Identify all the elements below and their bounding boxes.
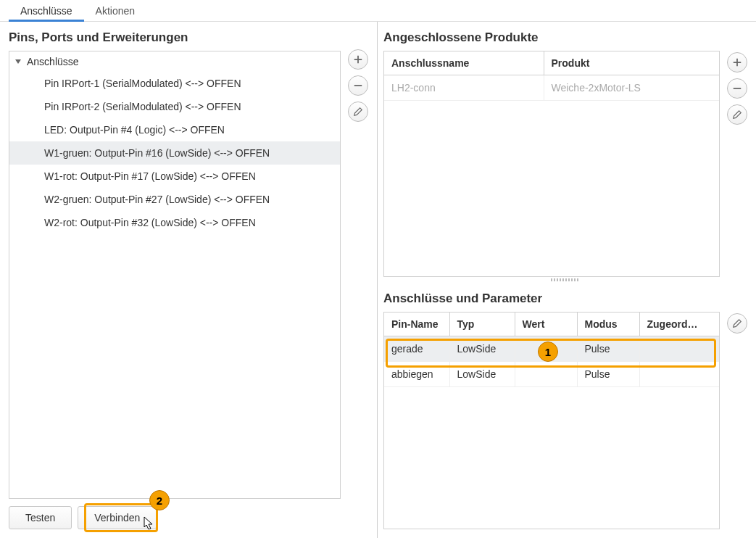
cell-type: LowSide [449,362,515,387]
tree-item[interactable]: W2-rot: Output-Pin #32 (LowSide) <--> OF… [9,211,340,234]
tab-bar: Anschlüsse Aktionen [0,0,756,22]
pins-button-row: Testen Verbinden 2 [9,506,368,529]
products-col-name[interactable]: Anschlussname [384,51,544,75]
params-col-mode[interactable]: Modus [577,313,639,336]
cell-name: LH2-conn [384,75,544,101]
cell-value [515,336,577,362]
tree-item[interactable]: W2-gruen: Output-Pin #27 (LowSide) <--> … [9,188,340,211]
tree-item[interactable]: LED: Output-Pin #4 (Logic) <--> OFFEN [9,118,340,141]
params-table[interactable]: Pin-Name Typ Wert Modus Zugeord… geradeL… [384,313,719,387]
caret-down-icon [15,59,21,64]
products-col-product[interactable]: Produkt [544,51,719,75]
params-col-type[interactable]: Typ [449,313,515,336]
connect-button[interactable]: Verbinden [78,506,157,529]
pins-toolbar [348,49,368,122]
cell-mode: Pulse [577,362,639,387]
plus-icon [353,54,363,65]
vertical-splitter[interactable] [383,278,747,283]
pencil-icon [732,109,742,120]
products-table[interactable]: Anschlussname Produkt LH2-connWeiche-2xM… [384,51,719,101]
products-table-wrap: Anschlussname Produkt LH2-connWeiche-2xM… [383,51,720,277]
tree-item[interactable]: W1-rot: Output-Pin #17 (LowSide) <--> OF… [9,165,340,188]
tree-root-label: Anschlüsse [27,56,79,67]
right-panel: Angeschlossene Produkte Anschlussname Pr… [377,22,756,538]
minus-icon [353,80,363,91]
tree-item[interactable]: Pin IRPort-1 (SerialModulated) <--> OFFE… [9,72,340,95]
pins-title: Pins, Ports und Erweiterungen [9,30,368,45]
params-col-assigned[interactable]: Zugeord… [639,313,719,336]
edit-pin-button[interactable] [348,102,368,122]
cell-assigned [639,362,719,387]
table-row[interactable]: LH2-connWeiche-2xMotor-LS [384,75,719,101]
params-toolbar [727,313,747,334]
add-pin-button[interactable] [348,49,368,70]
params-col-value[interactable]: Wert [515,313,577,336]
pencil-icon [353,107,363,117]
params-section: Anschlüsse und Parameter Pin-Name Typ We… [383,291,747,529]
connected-products-title: Angeschlossene Produkte [383,30,747,45]
tab-connections[interactable]: Anschlüsse [9,1,84,21]
cell-pin: gerade [384,336,449,362]
connected-products-section: Angeschlossene Produkte Anschlussname Pr… [383,30,747,277]
params-table-wrap: Pin-Name Typ Wert Modus Zugeord… geradeL… [383,312,720,529]
minus-icon [732,83,742,94]
add-product-button[interactable] [727,52,747,73]
cell-product: Weiche-2xMotor-LS [544,75,719,101]
table-row[interactable]: abbiegenLowSidePulse [384,362,719,387]
table-row[interactable]: geradeLowSidePulse [384,336,719,362]
tree-root-connections[interactable]: Anschlüsse [9,51,340,72]
products-toolbar [727,52,747,125]
test-button[interactable]: Testen [9,506,72,529]
cell-assigned [639,336,719,362]
pins-tree[interactable]: Anschlüsse Pin IRPort-1 (SerialModulated… [9,51,341,499]
tree-item[interactable]: Pin IRPort-2 (SerialModulated) <--> OFFE… [9,95,340,118]
params-col-pin[interactable]: Pin-Name [384,313,449,336]
cell-type: LowSide [449,336,515,362]
tab-actions[interactable]: Aktionen [84,1,146,21]
edit-product-button[interactable] [727,104,747,125]
cell-pin: abbiegen [384,362,449,387]
cell-value [515,362,577,387]
params-title: Anschlüsse und Parameter [383,291,747,306]
edit-param-button[interactable] [727,313,747,334]
remove-product-button[interactable] [727,78,747,99]
left-panel: Pins, Ports und Erweiterungen Anschlüsse… [0,22,377,538]
remove-pin-button[interactable] [348,75,368,96]
cell-mode: Pulse [577,336,639,362]
plus-icon [732,57,742,67]
pencil-icon [732,318,742,328]
tree-item[interactable]: W1-gruen: Output-Pin #16 (LowSide) <--> … [9,141,340,165]
